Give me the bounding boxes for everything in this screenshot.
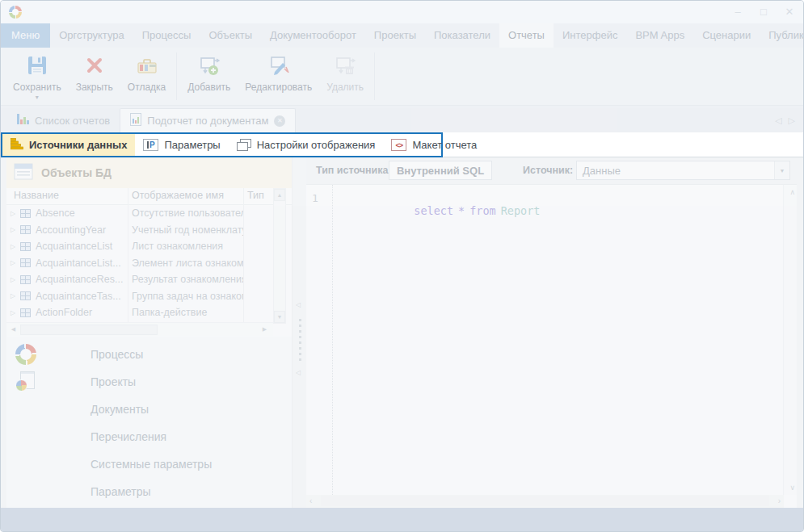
report-layout-label: Макет отчета [412,139,477,151]
tree-expander-icon[interactable]: ▷ [11,276,20,283]
row-display-name: Учетный год номенклату... [132,224,243,236]
menu-tab-docflow[interactable]: Документооборот [261,23,365,48]
editor-scroll-up-icon[interactable]: ∧ [789,188,795,196]
menu-tab-interface[interactable]: Интерфейс [554,23,626,48]
menu-tab-reports[interactable]: Отчеты [499,23,554,48]
db-objects-title: Объекты БД [41,166,112,179]
section-processes[interactable]: Процессы [6,341,292,367]
debug-button[interactable]: Отладка [120,48,173,105]
close-button[interactable]: ✕ [782,4,797,19]
table-row[interactable]: ▷ AcquaintanceList... Элемент листа озна… [6,255,272,272]
tree-expander-icon[interactable]: ▷ [11,243,20,250]
sql-keyword: from [469,204,496,217]
editor-scrollbar-thumb[interactable] [321,496,769,506]
toolbox-icon [134,52,160,78]
source-label: Источник: [523,165,573,176]
column-header-name[interactable]: Название [14,190,59,201]
db-objects-header[interactable]: Объекты БД [6,157,292,188]
tree-expander-icon[interactable]: ▷ [11,292,20,300]
scroll-up-icon[interactable]: ▲ [274,189,285,201]
tab-report-list[interactable]: Список отчетов [7,108,120,132]
section-parameters-label: Параметры [91,485,151,498]
table-horizontal-scrollbar[interactable]: ◀ ▶ [6,322,273,336]
scroll-down-icon[interactable]: ▼ [274,311,285,323]
edit-button[interactable]: Редактировать [238,48,319,105]
delete-button[interactable]: Удалить [319,48,371,105]
parameters-button[interactable]: P Параметры [135,134,228,156]
scrollbar-thumb[interactable] [20,325,158,335]
source-type-bar: Тип источника: Внутренний SQL Источник: … [306,157,797,185]
tree-expander-icon[interactable]: ▷ [11,210,20,217]
editor-horizontal-scrollbar[interactable]: ‹ › [306,495,784,508]
menu-tab-menu[interactable]: Меню [1,23,50,48]
sql-statement: select*fromReport [348,191,545,230]
db-objects-icon [14,163,33,183]
maximize-button[interactable]: □ [756,4,771,19]
add-button[interactable]: Добавить [180,48,238,105]
scroll-right-icon[interactable]: ▶ [259,324,270,334]
db-table-icon [20,225,34,234]
document-tab-bar: Список отчетов Подотчет по документам ✕ … [1,108,803,132]
editor-scroll-right-icon[interactable]: › [778,496,781,505]
editor-scroll-left-icon[interactable]: ‹ [309,496,312,505]
sql-table-name: Report [501,204,541,217]
section-projects[interactable]: Проекты [6,369,292,395]
section-documents-label: Документы [91,403,149,416]
tree-expander-icon[interactable]: ▷ [11,309,20,316]
menu-tab-objects[interactable]: Объекты [200,23,261,48]
tree-expander-icon[interactable]: ▷ [11,226,20,233]
splitter-collapse-icon[interactable]: ◁ [296,369,301,376]
section-documents[interactable]: Документы [6,396,292,422]
table-row[interactable]: ▷ Absence Отсутствие пользователя [6,205,272,222]
sql-keyword: select [414,204,453,217]
menu-tab-processes[interactable]: Процессы [133,23,200,48]
column-header-display[interactable]: Отображаемое имя [132,190,224,201]
section-enumerations[interactable]: Перечисления [6,424,292,450]
tab-close-icon[interactable]: ✕ [274,115,285,127]
table-row[interactable]: ▷ AccountingYear Учетный год номенклату.… [6,222,272,239]
report-view-toolbar-highlight: Источники данных P Параметры Настройки о… [1,132,443,157]
table-row[interactable]: ▷ AcquaintanceList Лист ознакомления [6,238,272,255]
section-processes-label: Процессы [91,348,143,361]
row-display-name: Элемент листа ознакомл... [132,258,243,269]
table-row[interactable]: ▷ ActionFolder Папка-действие [6,304,272,321]
tree-expander-icon[interactable]: ▷ [11,259,20,266]
row-name: AcquaintanceTas... [36,291,126,302]
tab-subreport-documents[interactable]: Подотчет по документам ✕ [120,108,296,132]
close-report-button[interactable]: Закрыть [69,48,120,105]
data-sources-button[interactable]: Источники данных [2,134,135,156]
menu-tab-bpm-apps[interactable]: BPM Apps [626,23,693,48]
table-row[interactable]: ▷ AcquaintanceRes... Результат ознакомле… [6,271,272,288]
report-layout-button[interactable]: <> Макет отчета [383,134,485,156]
source-combobox[interactable]: Данные ▼ [576,161,790,180]
editor-vertical-scrollbar[interactable]: ∧ ∨ [783,185,797,495]
tab-scroll-right-icon[interactable]: ▷ [789,115,795,126]
section-system-parameters[interactable]: Системные параметры [6,451,292,477]
panel-splitter[interactable]: ◁ ◁ [292,157,307,508]
splitter-collapse-icon[interactable]: ◁ [296,301,301,308]
menu-tab-projects[interactable]: Проекты [365,23,425,48]
display-settings-icon [237,139,251,151]
delete-window-icon [332,52,358,78]
tab-scroll-left-icon[interactable]: ◁ [775,115,781,126]
save-button[interactable]: Сохранить ▾ [6,48,69,105]
splitter-drag-handle[interactable] [299,319,301,361]
menu-tab-indicators[interactable]: Показатели [425,23,499,48]
sql-code-editor[interactable]: 1 select*fromReport [306,185,797,495]
display-settings-button[interactable]: Настройки отображения [229,134,384,156]
sql-source-panel: Тип источника: Внутренний SQL Источник: … [306,157,797,508]
editor-scroll-down-icon[interactable]: ∨ [789,484,795,492]
menu-tab-publication[interactable]: Публикация [760,23,804,48]
menu-tab-orgstructure[interactable]: Оргструктура [50,23,133,48]
table-row[interactable]: ▷ AcquaintanceTas... Группа задач на озн… [6,288,272,305]
save-dropdown-icon[interactable]: ▾ [36,94,39,101]
combobox-arrow-icon[interactable]: ▼ [774,161,789,179]
table-vertical-scrollbar[interactable]: ▲ ▼ [273,188,286,324]
internal-sql-button[interactable]: Внутренний SQL [389,161,492,180]
minimize-button[interactable]: – [730,4,745,19]
scroll-left-icon[interactable]: ◀ [8,324,19,334]
menu-tab-scenarios[interactable]: Сценарии [693,23,760,48]
column-header-type[interactable]: Тип [247,190,264,201]
parameters-icon: P [143,139,158,151]
section-parameters[interactable]: Параметры [6,479,292,505]
